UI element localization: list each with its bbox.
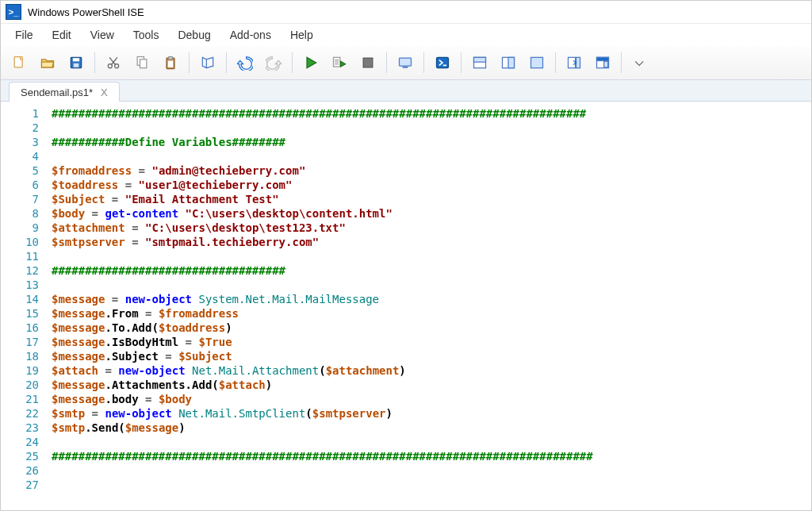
code-line[interactable] [52,478,811,492]
toolbar-separator [386,52,387,73]
line-number: 2 [1,121,39,135]
toolbar-options-button[interactable] [626,49,653,76]
line-number: 27 [1,478,39,492]
code-line[interactable]: $message.Attachments.Add($attach) [52,378,811,392]
token-member: Add [132,321,151,334]
copy-button[interactable] [128,49,155,76]
code-line[interactable]: $toaddress = "user1@techieberry.com" [52,178,811,192]
code-line[interactable]: $message.To.Add($toaddress) [52,321,811,335]
show-script-top-button[interactable] [466,49,493,76]
token-paren: ( [151,321,158,334]
menu-file[interactable]: File [6,25,43,44]
token-dot: . [105,350,111,363]
token-var: $toaddress [52,179,118,191]
token-member: Subject [112,350,159,363]
paste-button[interactable] [157,49,184,76]
code-line[interactable]: $message.body = $body [52,392,811,406]
clear-console-button[interactable] [194,49,221,76]
cut-button[interactable] [100,49,127,76]
save-icon [68,55,84,71]
code-area[interactable]: ########################################… [45,102,811,510]
code-line[interactable]: ###########Define Variables######## [52,135,811,149]
code-line[interactable]: $fromaddress = "admin@techieberry.com" [52,163,811,178]
open-file-button[interactable] [34,49,61,76]
code-line[interactable] [52,435,811,449]
code-line[interactable]: $Subject = "Email Attachment Test" [52,192,811,206]
code-line[interactable]: $message.IsBodyHtml = $True [52,335,811,349]
toolbar [1,46,811,80]
show-script-right-button[interactable] [495,49,522,76]
token-paren: ( [305,407,312,420]
code-line[interactable]: $body = get-content "C:\users\desktop\co… [52,206,811,221]
menu-debug[interactable]: Debug [168,25,220,44]
token-comment: ########################################… [52,107,586,120]
code-line[interactable]: ########################################… [52,106,811,121]
svg-rect-24 [597,57,609,60]
window-title: Windows PowerShell ISE [28,6,144,18]
run-selection-button[interactable] [326,49,353,76]
code-line[interactable]: $smtpserver = "smtpmail.techieberry.com" [52,235,811,249]
file-tab[interactable]: Sendemail.ps1* X [9,82,120,102]
token-var: $smtpserver [312,407,386,420]
line-number: 5 [1,163,39,178]
code-line[interactable]: $attach = new-object Net.Mail.Attachment… [52,363,811,378]
menu-view[interactable]: View [81,25,124,44]
token-var: $body [52,207,85,220]
window: >_ Windows PowerShell ISE File Edit View… [0,0,812,511]
line-number: 1 [1,106,39,121]
line-number: 9 [1,221,39,235]
svg-rect-19 [508,57,515,67]
new-remote-tab-button[interactable] [392,49,419,76]
token-dot: . [125,321,132,334]
script-editor[interactable]: 1234567891011121314151617181920212223242… [1,102,811,510]
line-number: 21 [1,392,39,406]
show-commands-addon-button[interactable] [589,49,616,76]
code-line[interactable] [52,249,811,263]
show-commands-button[interactable] [561,49,588,76]
token-member: From [112,307,139,320]
code-line[interactable] [52,463,811,478]
code-line[interactable]: ########################################… [52,449,811,463]
token-op: = [139,307,159,320]
start-powershell-button[interactable] [429,49,456,76]
redo-button[interactable] [260,49,287,76]
code-line[interactable]: ################################### [52,263,811,278]
new-file-button[interactable] [6,49,33,76]
code-line[interactable]: $message.From = $fromaddress [52,306,811,321]
code-line[interactable] [52,121,811,135]
menu-addons[interactable]: Add-ons [220,25,281,44]
save-button[interactable] [63,49,90,76]
token-op [186,364,192,377]
token-member: body [112,393,139,405]
toolbar-separator [621,52,622,73]
code-line[interactable]: $smtp.Send($message) [52,421,811,435]
menu-help[interactable]: Help [281,25,323,44]
code-line[interactable] [52,149,811,163]
show-script-max-button[interactable] [523,49,550,76]
token-var: $smtp [52,407,85,420]
stop-button[interactable] [354,49,381,76]
toolbar-separator [94,52,95,73]
undo-button[interactable] [232,49,259,76]
line-number: 20 [1,378,39,392]
line-number: 6 [1,178,39,192]
token-dot: . [105,307,111,320]
menu-tools[interactable]: Tools [124,25,169,44]
line-number: 16 [1,321,39,335]
close-tab-icon[interactable]: X [99,86,109,98]
token-dot: . [105,321,111,334]
code-line[interactable] [52,278,811,292]
token-dot: . [105,393,111,405]
code-line[interactable]: $message.Subject = $Subject [52,349,811,363]
code-line[interactable]: $attachment = "C:\users\desktop\test123.… [52,221,811,235]
run-button[interactable] [297,49,324,76]
token-comment: ###########Define Variables######## [52,136,285,148]
token-dot: . [186,378,192,391]
token-cmd: get-content [105,207,178,220]
menu-edit[interactable]: Edit [43,25,81,44]
token-dot: . [105,336,111,348]
code-line[interactable]: $smtp = new-object Net.Mail.SmtpClient($… [52,406,811,421]
code-line[interactable]: $message = new-object System.Net.Mail.Ma… [52,292,811,306]
line-number: 26 [1,463,39,478]
new-file-icon [11,55,27,71]
